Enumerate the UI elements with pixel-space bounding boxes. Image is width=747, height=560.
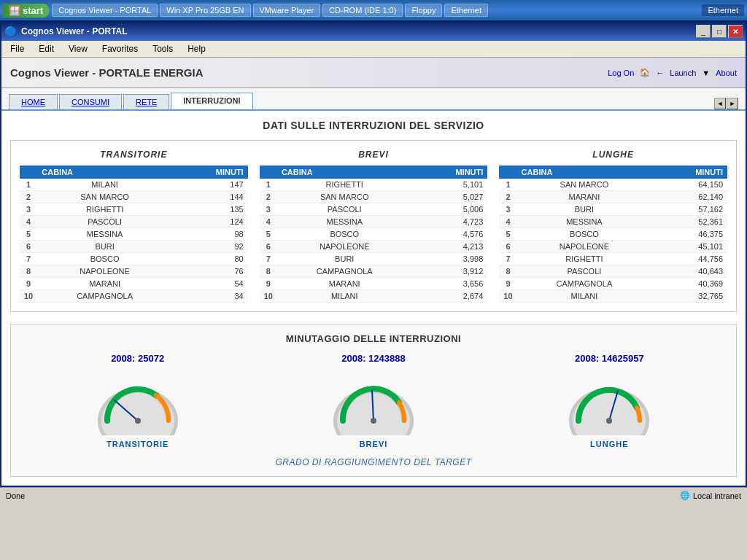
app-title: Cognos Viewer - PORTALE ENERGIA [10,66,608,79]
transitorie-table: CABINA MINUTI 1MILANI1472SAN MARCO1443RI… [20,166,248,303]
lunghe-title: LUNGHE [499,149,727,160]
nav-tabs: HOME CONSUMI RETE INTERRUZIONI ◄ ► [1,88,746,111]
table-row: 9MARANI54 [20,278,248,290]
gauge-transitorie: 2008: 25072 TRANSITORIE [94,353,182,448]
gauges-container: 2008: 25072 TRANSITORIE [20,353,727,448]
transitorie-col-num [20,166,37,179]
brevi-col-num [260,166,277,179]
menu-view[interactable]: View [63,42,93,55]
table-row: 6NAPOLEONE4,213 [260,241,488,253]
status-done: Done [6,491,25,500]
main-window: 🔵 Cognos Viewer - PORTAL _ □ ✕ File Edit… [0,20,747,487]
tab-rete[interactable]: RETE [123,94,169,109]
table-row: 5BOSCO4,576 [260,228,488,241]
taskbar-items: Cognos Viewer - PORTAL Win XP Pro 25GB E… [52,4,702,17]
table-row: 9CAMPAGNOLA40,369 [499,278,727,290]
gauge-brevi-value: 2008: 1243888 [341,353,405,364]
gauge-transitorie-svg [94,370,182,435]
table-row: 6BURI92 [20,241,248,253]
table-row: 1MILANI147 [20,179,248,191]
maximize-button[interactable]: □ [712,25,727,38]
brevi-group: BREVI CABINA MINUTI 1RIGHETTI5,1012SAN M… [260,149,488,303]
table-row: 4MESSINA4,723 [260,216,488,228]
table-row: 10CAMPAGNOLA34 [20,290,248,303]
window-title: Cognos Viewer - PORTAL [21,26,692,36]
table-row: 1SAN MARCO64,150 [499,179,727,191]
svg-point-7 [371,418,376,424]
prev-arrow[interactable]: ◄ [714,98,726,109]
table-row: 4PASCOLI124 [20,216,248,228]
table-row: 3PASCOLI5,006 [260,203,488,216]
launch-link[interactable]: Launch [670,69,696,77]
transitorie-col-minuti: MINUTI [172,166,248,179]
brevi-table: CABINA MINUTI 1RIGHETTI5,1012SAN MARCO5,… [260,166,488,303]
table-row: 1RIGHETTI5,101 [260,179,488,191]
menu-tools[interactable]: Tools [147,42,179,55]
taskbar-item-floppy[interactable]: Floppy [405,4,442,17]
menu-bar: File Edit View Favorites Tools Help [1,41,746,58]
lunghe-table: CABINA MINUTI 1SAN MARCO64,1502MARANI62,… [499,166,727,303]
transitorie-col-cabina: CABINA [37,166,172,179]
brevi-col-cabina: CABINA [277,166,412,179]
table-row: 8NAPOLEONE76 [20,265,248,278]
taskbar-item-cdrom[interactable]: CD-ROM (IDE 1:0) [322,4,403,17]
table-row: 2SAN MARCO144 [20,191,248,203]
tab-arrows: ◄ ► [714,98,738,109]
brevi-col-minuti: MINUTI [412,166,488,179]
status-bar: Done 🌐 Local intranet [0,487,747,503]
taskbar-item-winxp[interactable]: Win XP Pro 25GB EN [160,4,250,17]
about-link[interactable]: About [716,69,737,77]
tab-interruzioni[interactable]: INTERRUZIONI [171,93,252,109]
gauge-transitorie-value: 2008: 25072 [111,353,164,364]
table-row: 2SAN MARCO5,027 [260,191,488,203]
window-controls: _ □ ✕ [696,25,743,38]
lunghe-col-num [499,166,516,179]
tab-consumi[interactable]: CONSUMI [59,94,122,109]
menu-favorites[interactable]: Favorites [96,42,144,55]
taskbar: 🪟 start Cognos Viewer - PORTAL Win XP Pr… [0,0,747,20]
table-row: 7BURI3,998 [260,253,488,265]
gauge-brevi: 2008: 1243888 BREVI [330,353,417,448]
svg-point-3 [135,418,141,424]
close-button[interactable]: ✕ [728,25,743,38]
gauge-lunghe: 2008: 14625957 LUNGHE [565,353,653,448]
brevi-title: BREVI [260,149,488,160]
table-row: 9MARANI3,656 [260,278,488,290]
gauges-section: MINUTAGGIO DELLE INTERRUZIONI 2008: 2507… [10,324,737,477]
table-row: 8PASCOLI40,643 [499,265,727,278]
gauges-title: MINUTAGGIO DELLE INTERRUZIONI [20,333,727,344]
taskbar-item-vmware[interactable]: VMware Player [253,4,321,17]
start-button[interactable]: 🪟 start [3,4,49,18]
page-title: DATI SULLE INTERRUZIONI DEL SERVIZIO [10,120,737,131]
next-arrow[interactable]: ► [727,98,738,109]
table-row: 8CAMPAGNOLA3,912 [260,265,488,278]
title-bar: 🔵 Cognos Viewer - PORTAL _ □ ✕ [1,22,746,41]
gauge-lunghe-label: LUNGHE [590,440,628,448]
table-row: 3BURI57,162 [499,203,727,216]
table-row: 7BOSCO80 [20,253,248,265]
lunghe-col-cabina: CABINA [517,166,652,179]
menu-help[interactable]: Help [182,42,212,55]
tables-section: TRANSITORIE CABINA MINUTI 1MILANI1472SAN… [10,140,737,312]
minimize-button[interactable]: _ [696,25,711,38]
status-zone: 🌐 Local intranet [680,491,741,500]
table-row: 5BOSCO46,375 [499,228,727,241]
target-text: GRADO DI RAGGIUNGIMENTO DEL TARGET [20,457,727,467]
lunghe-col-minuti: MINUTI [651,166,727,179]
back-icon[interactable]: ← [656,69,664,77]
menu-edit[interactable]: Edit [33,42,60,55]
logon-link[interactable]: Log On [608,69,634,77]
menu-file[interactable]: File [4,42,30,55]
table-row: 2MARANI62,140 [499,191,727,203]
app-header: Cognos Viewer - PORTALE ENERGIA Log On 🏠… [1,58,746,88]
chevron-down-icon: ▼ [702,69,710,77]
tab-home[interactable]: HOME [9,94,58,109]
taskbar-item-ethernet[interactable]: Ethernet [444,4,488,17]
table-row: 4MESSINA52,361 [499,216,727,228]
gauge-lunghe-svg [565,370,653,435]
taskbar-item-cognos[interactable]: Cognos Viewer - PORTAL [52,4,158,17]
home-icon[interactable]: 🏠 [640,68,650,77]
table-row: 7RIGHETTI44,756 [499,253,727,265]
gauge-transitorie-label: TRANSITORIE [107,440,169,448]
internet-icon: 🌐 [680,491,690,500]
